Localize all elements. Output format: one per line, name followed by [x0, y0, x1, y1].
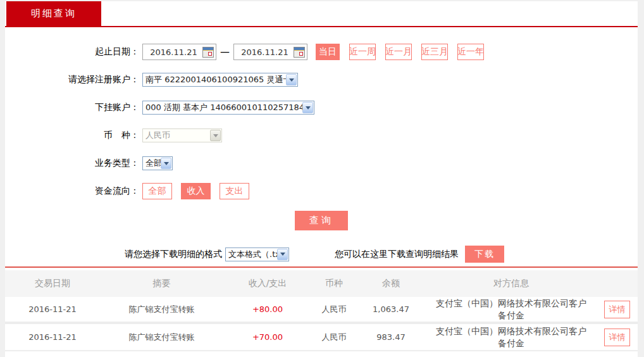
- tab-detail-query[interactable]: 明细查询: [6, 1, 101, 26]
- header-counterparty: 对方信息: [426, 278, 597, 289]
- header-trade-date: 交易日期: [5, 278, 100, 289]
- table-row: 2016-11-21 陈广锦支付宝转账 +70.00 人民币 983.47 支付…: [5, 324, 638, 351]
- counterparty-line: 支付宝（中国）网络技术有限公司客户: [426, 298, 597, 310]
- end-date-input[interactable]: 2016.11.21: [233, 44, 307, 60]
- chevron-down-icon: [210, 130, 221, 141]
- detail-button[interactable]: 详情: [604, 329, 630, 346]
- cell-balance: 1,063.47: [356, 304, 426, 314]
- chevron-down-icon[interactable]: [277, 249, 288, 260]
- detail-button[interactable]: 详情: [604, 301, 630, 318]
- business-type-select[interactable]: 全部: [142, 156, 173, 170]
- header-summary: 摘要: [100, 278, 223, 289]
- quick-range-year-button[interactable]: 近一年: [457, 44, 484, 60]
- download-button[interactable]: 下载: [465, 246, 504, 263]
- query-button-row: 查询: [5, 211, 638, 230]
- quick-range-month-button[interactable]: 近一月: [385, 44, 412, 60]
- linked-account-row: 下挂账户： 000 活期 基本户 1406600101102571848: [5, 99, 638, 116]
- business-type-row: 业务类型： 全部: [5, 155, 638, 172]
- calendar-icon[interactable]: [294, 47, 305, 58]
- fund-flow-all-button[interactable]: 全部: [142, 183, 172, 199]
- chevron-down-icon[interactable]: [161, 158, 171, 169]
- registered-account-row: 请选择注册账户： 南平 6222001406100921065 灵通卡: [5, 72, 638, 88]
- download-format-select[interactable]: 文本格式（.txt）: [225, 247, 289, 261]
- cell-balance: 983.47: [356, 332, 426, 342]
- tab-bar: 明细查询: [5, 1, 638, 27]
- cell-trade-date: 2016-11-21: [5, 332, 100, 342]
- date-range-separator: —: [220, 46, 230, 58]
- query-form: 起止日期： 2016.11.21 — 2016.11.21 当日 近一周 近一月…: [5, 27, 638, 263]
- header-currency: 币种: [312, 278, 356, 289]
- linked-account-value: 000 活期 基本户 1406600101102571848: [143, 102, 302, 113]
- currency-select: 人民币: [142, 128, 222, 142]
- cell-trade-date: 2016-11-21: [5, 304, 100, 314]
- chevron-down-icon[interactable]: [302, 102, 313, 113]
- detail-query-panel: 明细查询 起止日期： 2016.11.21 — 2016.11.21 当日 近一…: [5, 1, 638, 357]
- download-format-value: 文本格式（.txt）: [226, 249, 277, 260]
- fund-flow-expense-button[interactable]: 支出: [220, 183, 249, 199]
- cell-counterparty: 支付宝（中国）网络技术有限公司客户 备付金: [426, 298, 597, 322]
- linked-account-label: 下挂账户：: [5, 102, 139, 113]
- quick-range-3months-button[interactable]: 近三月: [421, 44, 448, 60]
- header-balance: 余额: [356, 278, 426, 289]
- registered-account-select[interactable]: 南平 6222001406100921065 灵通卡: [142, 73, 298, 87]
- fund-flow-income-button[interactable]: 收入: [181, 183, 211, 199]
- cell-counterparty: 支付宝（中国）网络技术有限公司客户 备付金: [426, 325, 597, 349]
- cell-currency: 人民币: [312, 332, 356, 343]
- cell-amount: +70.00: [223, 332, 312, 342]
- counterparty-line: 备付金: [426, 337, 597, 349]
- quick-range-today-button[interactable]: 当日: [316, 44, 340, 60]
- download-format-label: 请您选择下载明细的格式: [125, 249, 222, 260]
- start-date-input[interactable]: 2016.11.21: [142, 44, 216, 60]
- fund-flow-label: 资金流向：: [5, 185, 139, 197]
- table-header: 交易日期 摘要 收入/支出 币种 余额 对方信息: [5, 270, 638, 297]
- registered-account-value: 南平 6222001406100921065 灵通卡: [143, 74, 286, 85]
- cell-summary: 陈广锦支付宝转账: [100, 332, 223, 343]
- cell-amount: +80.00: [223, 304, 312, 314]
- currency-label: 币 种：: [5, 130, 139, 141]
- date-range-label: 起止日期：: [5, 46, 139, 58]
- registered-account-label: 请选择注册账户：: [5, 74, 139, 85]
- cell-action: 详情: [597, 329, 638, 346]
- date-range-row: 起止日期： 2016.11.21 — 2016.11.21 当日 近一周 近一月…: [5, 44, 638, 60]
- end-date-value: 2016.11.21: [236, 47, 294, 57]
- counterparty-line: 备付金: [426, 310, 597, 322]
- download-row: 请您选择下载明细的格式 文本格式（.txt） 您可以在这里下载查询明细结果 下载: [5, 246, 638, 263]
- cell-summary: 陈广锦支付宝转账: [100, 304, 223, 315]
- query-button[interactable]: 查询: [295, 211, 348, 230]
- counterparty-line: 支付宝（中国）网络技术有限公司客户: [426, 325, 597, 337]
- cell-currency: 人民币: [312, 304, 356, 315]
- calendar-icon[interactable]: [202, 47, 214, 58]
- header-income-expense: 收入/支出: [223, 278, 312, 289]
- currency-row: 币 种： 人民币: [5, 127, 638, 144]
- business-type-value: 全部: [143, 158, 161, 169]
- currency-value: 人民币: [143, 130, 173, 141]
- start-date-value: 2016.11.21: [145, 47, 202, 57]
- download-hint: 您可以在这里下载查询明细结果: [335, 249, 459, 260]
- fund-flow-row: 资金流向： 全部 收入 支出: [5, 183, 638, 199]
- cell-action: 详情: [597, 301, 638, 318]
- table-top-divider: [5, 266, 638, 268]
- quick-range-week-button[interactable]: 近一周: [349, 44, 376, 60]
- chevron-down-icon[interactable]: [286, 74, 297, 85]
- linked-account-select[interactable]: 000 活期 基本户 1406600101102571848: [142, 101, 314, 115]
- table-row: 2016-11-21 陈广锦支付宝转账 +80.00 人民币 1,063.47 …: [5, 297, 638, 324]
- business-type-label: 业务类型：: [5, 158, 139, 169]
